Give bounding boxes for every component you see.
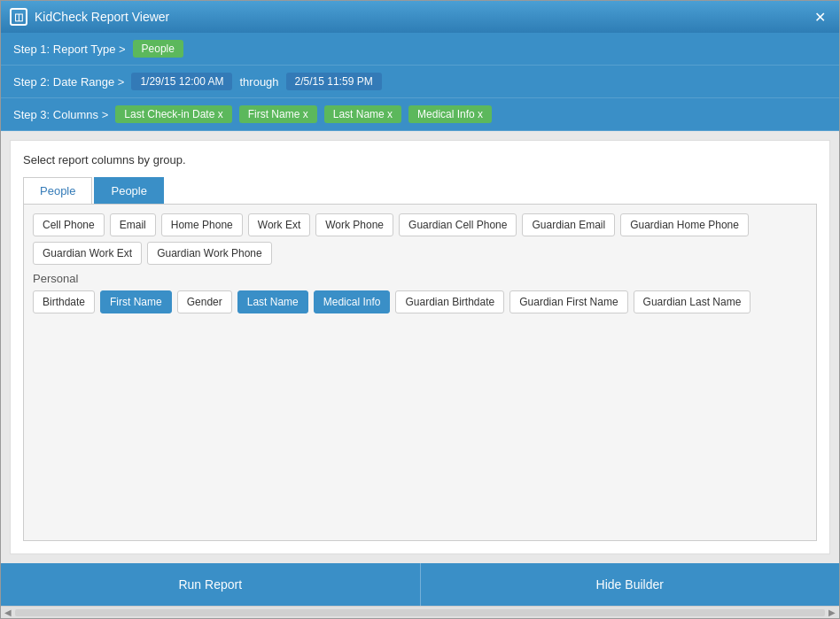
step3-col-3[interactable]: Medical Info x bbox=[408, 105, 492, 123]
app-icon: ◫ bbox=[10, 8, 27, 26]
main-content: Select report columns by group. People P… bbox=[1, 131, 839, 618]
col-tag-medical-info[interactable]: Medical Info bbox=[314, 290, 391, 313]
col-tag-home-phone[interactable]: Home Phone bbox=[161, 213, 243, 236]
col-tag-guardian-birthdate[interactable]: Guardian Birthdate bbox=[395, 290, 504, 313]
col-tag-email[interactable]: Email bbox=[110, 213, 156, 236]
select-label: Select report columns by group. bbox=[23, 153, 817, 166]
builder-area: Select report columns by group. People P… bbox=[10, 140, 830, 554]
app-icon-text: ◫ bbox=[14, 12, 23, 23]
personal-group-label: Personal bbox=[33, 272, 807, 285]
title-bar-left: ◫ KidCheck Report Viewer bbox=[10, 8, 169, 26]
step3-label: Step 3: Columns > bbox=[13, 108, 108, 121]
step3-row: Step 3: Columns > Last Check-in Date x F… bbox=[1, 98, 839, 131]
step2-row: Step 2: Date Range > 1/29/15 12:00 AM th… bbox=[1, 66, 839, 98]
step1-value[interactable]: People bbox=[133, 40, 183, 58]
tabs-row: People People bbox=[23, 177, 817, 204]
col-tag-guardian-email[interactable]: Guardian Email bbox=[522, 213, 615, 236]
col-tag-gender[interactable]: Gender bbox=[177, 290, 232, 313]
step3-col-1[interactable]: First Name x bbox=[239, 105, 317, 123]
scroll-right-arrow[interactable]: ▶ bbox=[828, 607, 836, 617]
tab-people-inactive[interactable]: People bbox=[23, 177, 92, 204]
bottom-scrollbar-strip: ◀ ▶ bbox=[1, 606, 839, 618]
step2-start[interactable]: 1/29/15 12:00 AM bbox=[131, 73, 232, 90]
horizontal-scrollbar[interactable] bbox=[15, 609, 825, 616]
step1-label: Step 1: Report Type > bbox=[13, 43, 126, 56]
step2-end[interactable]: 2/5/15 11:59 PM bbox=[286, 73, 382, 90]
col-tag-guardian-home[interactable]: Guardian Home Phone bbox=[620, 213, 749, 236]
col-tag-work-ext[interactable]: Work Ext bbox=[248, 213, 310, 236]
steps-header: Step 1: Report Type > People Step 2: Dat… bbox=[1, 33, 839, 131]
tab-people-active[interactable]: People bbox=[94, 177, 163, 204]
col-tag-guardian-work-phone[interactable]: Guardian Work Phone bbox=[147, 242, 272, 265]
step2-label: Step 2: Date Range > bbox=[13, 75, 124, 89]
step1-row: Step 1: Report Type > People bbox=[1, 33, 839, 66]
step3-col-2[interactable]: Last Name x bbox=[324, 105, 401, 123]
col-tag-guardian-cell[interactable]: Guardian Cell Phone bbox=[399, 213, 517, 236]
col-tag-guardian-first-name[interactable]: Guardian First Name bbox=[509, 290, 627, 313]
step2-through: through bbox=[239, 75, 278, 89]
close-button[interactable]: ✕ bbox=[809, 6, 830, 27]
hide-builder-button[interactable]: Hide Builder bbox=[421, 563, 840, 606]
col-tag-last-name[interactable]: Last Name bbox=[237, 290, 308, 313]
scroll-left-arrow[interactable]: ◀ bbox=[4, 607, 12, 617]
window-title: KidCheck Report Viewer bbox=[35, 10, 169, 24]
col-tag-work-phone[interactable]: Work Phone bbox=[315, 213, 393, 236]
col-tag-guardian-last-name[interactable]: Guardian Last Name bbox=[634, 290, 751, 313]
title-bar: ◫ KidCheck Report Viewer ✕ bbox=[1, 1, 839, 33]
run-report-button[interactable]: Run Report bbox=[1, 563, 421, 606]
col-tag-first-name[interactable]: First Name bbox=[100, 290, 172, 313]
step3-col-0[interactable]: Last Check-in Date x bbox=[115, 105, 231, 123]
main-window: ◫ KidCheck Report Viewer ✕ Step 1: Repor… bbox=[0, 0, 840, 619]
personal-tag-group: Birthdate First Name Gender Last Name Me… bbox=[33, 290, 807, 313]
footer-row: Run Report Hide Builder bbox=[1, 563, 839, 606]
columns-box[interactable]: Cell Phone Email Home Phone Work Ext Wor… bbox=[23, 204, 817, 541]
col-tag-cell-phone[interactable]: Cell Phone bbox=[33, 213, 105, 236]
col-tag-birthdate[interactable]: Birthdate bbox=[33, 290, 95, 313]
col-tag-guardian-work-ext[interactable]: Guardian Work Ext bbox=[33, 242, 142, 265]
contact-tag-group: Cell Phone Email Home Phone Work Ext Wor… bbox=[33, 213, 807, 265]
